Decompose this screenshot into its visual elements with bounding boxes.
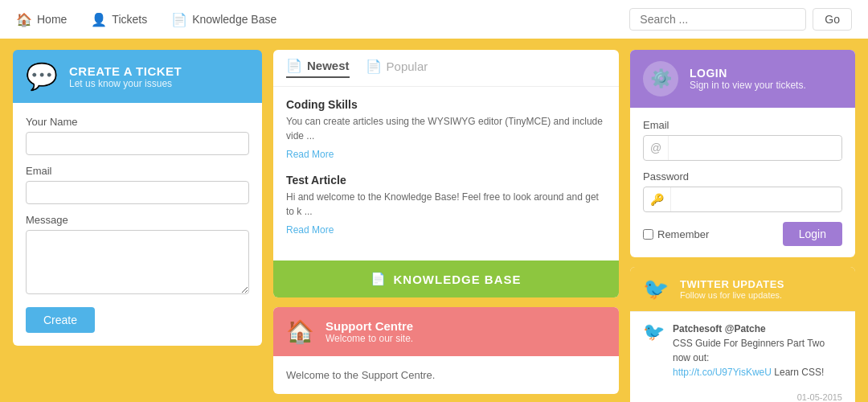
gear-icon-wrap: ⚙️ xyxy=(643,61,678,96)
support-header: 🏠 Support Centre Welcome to our site. xyxy=(273,307,619,356)
remember-row: Remember Login xyxy=(643,222,842,246)
read-more-2[interactable]: Read More xyxy=(286,224,334,236)
articles-body: Coding Skills You can create articles us… xyxy=(273,87,619,260)
tweet-link[interactable]: http://t.co/U97YisKweU xyxy=(673,367,772,378)
search-input[interactable] xyxy=(629,8,806,31)
login-title: LOGIN xyxy=(690,67,806,80)
tweet-user: Patchesoft @Patche xyxy=(673,323,766,334)
login-sub: Sign in to view your tickets. xyxy=(690,80,806,91)
login-header: ⚙️ LOGIN Sign in to view your tickets. xyxy=(630,50,855,108)
email-input-wrap: @ xyxy=(643,135,842,161)
support-sub: Welcome to our site. xyxy=(326,333,413,344)
navbar: 🏠 Home 👤 Tickets 📄 Knowledge Base Go xyxy=(0,0,868,39)
email-input[interactable] xyxy=(26,181,249,204)
password-input-wrap: 🔑 xyxy=(643,187,842,212)
login-email-input[interactable] xyxy=(669,137,841,159)
name-input[interactable] xyxy=(26,132,249,155)
kb-icon: 📄 xyxy=(171,12,187,27)
nav-kb[interactable]: 📄 Knowledge Base xyxy=(171,12,276,27)
main-content: 💬 CREATE A TICKET Let us know your issue… xyxy=(0,39,868,402)
nav-tickets-label: Tickets xyxy=(112,13,147,26)
search-area: Go xyxy=(629,8,852,31)
house-icon: 🏠 xyxy=(286,318,314,345)
twitter-header: 🐦 TWITTER UPDATES Follow us for live upd… xyxy=(630,267,855,311)
create-ticket-text: CREATE A TICKET Let us know your issues xyxy=(69,64,182,89)
search-button[interactable]: Go xyxy=(813,8,852,31)
lock-icon: 🔑 xyxy=(644,187,671,211)
nav-tickets[interactable]: 👤 Tickets xyxy=(91,12,147,27)
login-card: ⚙️ LOGIN Sign in to view your tickets. E… xyxy=(630,50,855,257)
support-title: Support Centre xyxy=(326,319,413,333)
support-header-text: Support Centre Welcome to our site. xyxy=(326,319,413,344)
tabs-row: 📄 Newest 📄 Popular xyxy=(273,50,619,87)
tab-newest[interactable]: 📄 Newest xyxy=(286,58,350,78)
login-password-input[interactable] xyxy=(671,189,841,211)
nav-home-label: Home xyxy=(37,13,67,26)
article-item: Coding Skills You can create articles us… xyxy=(286,98,606,161)
popular-icon: 📄 xyxy=(366,59,382,74)
right-column: ⚙️ LOGIN Sign in to view your tickets. E… xyxy=(630,50,855,402)
ticket-form: Your Name Email Message Create xyxy=(13,103,262,346)
kb-green-button[interactable]: 📄 KNOWLEDGE BASE xyxy=(273,260,619,297)
remember-label: Remember xyxy=(643,228,709,240)
home-icon: 🏠 xyxy=(16,12,32,27)
tab-newest-label: Newest xyxy=(307,59,350,72)
support-body: Welcome to the Support Centre. xyxy=(273,356,619,394)
ticket-icon: 👤 xyxy=(91,12,107,27)
message-label: Message xyxy=(26,214,249,226)
tweet-text: Patchesoft @Patche CSS Guide For Beginne… xyxy=(673,322,842,379)
name-label: Your Name xyxy=(26,116,249,128)
nav-kb-label: Knowledge Base xyxy=(192,13,276,26)
login-body: Email @ Password 🔑 Remember Login xyxy=(630,108,855,257)
twitter-title: TWITTER UPDATES xyxy=(680,278,784,290)
kb-card: 📄 Newest 📄 Popular Coding Skills You can… xyxy=(273,50,619,297)
email-label: Email xyxy=(26,165,249,177)
tab-popular-label: Popular xyxy=(387,59,428,73)
article-title-2: Test Article xyxy=(286,174,606,187)
twitter-bird-icon: 🐦 xyxy=(643,277,669,302)
create-ticket-title: CREATE A TICKET xyxy=(69,64,182,78)
middle-column: 📄 Newest 📄 Popular Coding Skills You can… xyxy=(273,50,619,402)
article-excerpt-1: You can create articles using the WYSIWY… xyxy=(286,114,606,143)
left-column: 💬 CREATE A TICKET Let us know your issue… xyxy=(13,50,262,402)
kb-btn-label: KNOWLEDGE BASE xyxy=(393,273,521,286)
create-ticket-sub: Let us know your issues xyxy=(69,78,182,89)
login-email-label: Email xyxy=(643,119,842,131)
twitter-header-text: TWITTER UPDATES Follow us for live updat… xyxy=(680,278,784,300)
twitter-sub: Follow us for live updates. xyxy=(680,290,784,300)
newest-icon: 📄 xyxy=(286,58,302,73)
login-button[interactable]: Login xyxy=(783,222,842,246)
remember-checkbox[interactable] xyxy=(643,229,653,240)
tweet-row: 🐦 Patchesoft @Patche CSS Guide For Begin… xyxy=(630,311,855,389)
chat-icon: 💬 xyxy=(26,61,58,92)
create-ticket-header: 💬 CREATE A TICKET Let us know your issue… xyxy=(13,50,262,103)
article-item-2: Test Article Hi and welcome to the Knowl… xyxy=(286,174,606,236)
article-excerpt-2: Hi and welcome to the Knowledge Base! Fe… xyxy=(286,190,606,219)
nav-home[interactable]: 🏠 Home xyxy=(16,12,67,27)
tweet-bird-icon: 🐦 xyxy=(643,322,665,379)
message-input[interactable] xyxy=(26,230,249,294)
twitter-card: 🐦 TWITTER UPDATES Follow us for live upd… xyxy=(630,267,855,402)
login-password-label: Password xyxy=(643,170,842,183)
gear-icon: ⚙️ xyxy=(650,68,672,89)
tweet-date: 01-05-2015 xyxy=(630,389,855,402)
article-title-1: Coding Skills xyxy=(286,98,606,111)
tab-popular[interactable]: 📄 Popular xyxy=(366,59,428,77)
at-icon: @ xyxy=(644,136,669,160)
create-button[interactable]: Create xyxy=(26,307,95,333)
login-header-text: LOGIN Sign in to view your tickets. xyxy=(690,67,806,91)
support-card: 🏠 Support Centre Welcome to our site. We… xyxy=(273,307,619,394)
read-more-1[interactable]: Read More xyxy=(286,149,334,160)
kb-btn-icon: 📄 xyxy=(371,272,387,286)
